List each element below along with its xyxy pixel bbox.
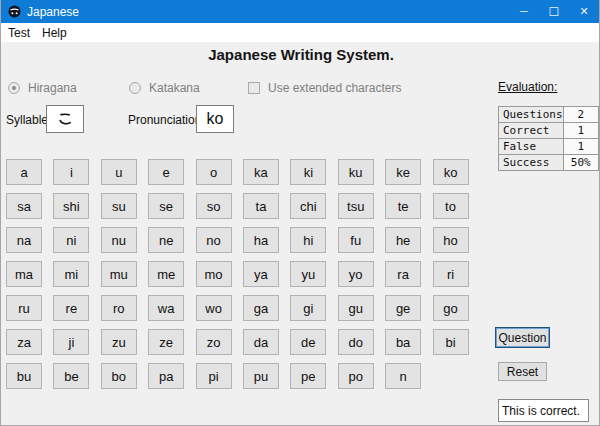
kana-button-u[interactable]: u	[101, 159, 137, 185]
stat-label-false: False	[499, 139, 564, 155]
kana-row: sashisusesotachitsuteto	[6, 193, 469, 219]
stat-value-false: 1	[563, 139, 598, 155]
kana-button-do[interactable]: do	[338, 329, 374, 355]
kana-button-te[interactable]: te	[385, 193, 421, 219]
kana-button-yo[interactable]: yo	[338, 261, 374, 287]
kana-button-mo[interactable]: mo	[196, 261, 232, 287]
kana-button-mu[interactable]: mu	[101, 261, 137, 287]
kana-button-pi[interactable]: pi	[196, 363, 232, 389]
kana-button-n[interactable]: n	[385, 363, 421, 389]
kana-button-e[interactable]: e	[148, 159, 184, 185]
kana-button-nu[interactable]: nu	[101, 227, 137, 253]
kana-button-ka[interactable]: ka	[243, 159, 279, 185]
page-title: Japanese Writing System.	[1, 46, 600, 63]
radio-hiragana[interactable]: Hiragana	[8, 81, 77, 95]
kana-button-a[interactable]: a	[6, 159, 42, 185]
kana-button-o[interactable]: o	[196, 159, 232, 185]
titlebar: Japanese ─ ☐ ✕	[1, 0, 599, 23]
kana-button-ta[interactable]: ta	[243, 193, 279, 219]
kana-button-re[interactable]: re	[53, 295, 89, 321]
pronunciation-field[interactable]: ko	[196, 105, 234, 133]
kana-button-zo[interactable]: zo	[196, 329, 232, 355]
kana-row: bubebopapipupepon	[6, 363, 469, 389]
kana-button-pe[interactable]: pe	[290, 363, 326, 389]
kana-button-ze[interactable]: ze	[148, 329, 184, 355]
kana-grid: aiueokakikukekosashisusesotachitsutetona…	[6, 159, 469, 397]
syllable-glyph	[56, 110, 74, 128]
kana-button-chi[interactable]: chi	[290, 193, 326, 219]
stat-value-questions: 2	[563, 107, 598, 123]
kana-button-go[interactable]: go	[433, 295, 469, 321]
kana-button-wo[interactable]: wo	[196, 295, 232, 321]
kana-button-ma[interactable]: ma	[6, 261, 42, 287]
table-row: False 1	[499, 139, 599, 155]
kana-button-sa[interactable]: sa	[6, 193, 42, 219]
kana-button-pa[interactable]: pa	[148, 363, 184, 389]
kana-button-ra[interactable]: ra	[385, 261, 421, 287]
kana-button-ri[interactable]: ri	[433, 261, 469, 287]
stat-label-success: Success	[499, 155, 564, 171]
kana-button-ga[interactable]: ga	[243, 295, 279, 321]
kana-button-i[interactable]: i	[53, 159, 89, 185]
stat-value-correct: 1	[563, 123, 598, 139]
radio-icon	[129, 82, 141, 94]
kana-button-ha[interactable]: ha	[243, 227, 279, 253]
minimize-button[interactable]: ─	[509, 0, 539, 23]
question-button[interactable]: Question	[495, 327, 550, 348]
kana-button-ro[interactable]: ro	[101, 295, 137, 321]
kana-button-za[interactable]: za	[6, 329, 42, 355]
kana-button-bi[interactable]: bi	[433, 329, 469, 355]
kana-button-me[interactable]: me	[148, 261, 184, 287]
syllable-field[interactable]	[46, 105, 84, 133]
kana-button-he[interactable]: he	[385, 227, 421, 253]
kana-button-ku[interactable]: ku	[338, 159, 374, 185]
pronunciation-label: Pronunciation	[128, 113, 201, 127]
radio-katakana[interactable]: Katakana	[129, 81, 200, 95]
kana-row: rurerowawogagigugego	[6, 295, 469, 321]
kana-button-be[interactable]: be	[53, 363, 89, 389]
pronunciation-value: ko	[207, 110, 224, 128]
kana-button-ki[interactable]: ki	[290, 159, 326, 185]
kana-button-se[interactable]: se	[148, 193, 184, 219]
maximize-button[interactable]: ☐	[539, 0, 569, 23]
kana-button-da[interactable]: da	[243, 329, 279, 355]
kana-button-tsu[interactable]: tsu	[338, 193, 374, 219]
kana-button-ko[interactable]: ko	[433, 159, 469, 185]
menu-item-test[interactable]: Test	[2, 23, 36, 42]
kana-button-ke[interactable]: ke	[385, 159, 421, 185]
kana-button-ne[interactable]: ne	[148, 227, 184, 253]
kana-button-gu[interactable]: gu	[338, 295, 374, 321]
kana-button-fu[interactable]: fu	[338, 227, 374, 253]
kana-button-de[interactable]: de	[290, 329, 326, 355]
kana-button-zu[interactable]: zu	[101, 329, 137, 355]
kana-button-wa[interactable]: wa	[148, 295, 184, 321]
menu-item-help[interactable]: Help	[36, 23, 73, 42]
kana-button-ge[interactable]: ge	[385, 295, 421, 321]
kana-button-pu[interactable]: pu	[243, 363, 279, 389]
kana-button-to[interactable]: to	[433, 193, 469, 219]
table-row: Success 50%	[499, 155, 599, 171]
result-field[interactable]: This is correct.	[498, 399, 589, 422]
kana-button-gi[interactable]: gi	[290, 295, 326, 321]
evaluation-title: Evaluation:	[498, 80, 557, 94]
kana-button-ji[interactable]: ji	[53, 329, 89, 355]
kana-button-po[interactable]: po	[338, 363, 374, 389]
kana-button-yu[interactable]: yu	[290, 261, 326, 287]
kana-button-su[interactable]: su	[101, 193, 137, 219]
kana-button-ho[interactable]: ho	[433, 227, 469, 253]
kana-button-ni[interactable]: ni	[53, 227, 89, 253]
kana-button-no[interactable]: no	[196, 227, 232, 253]
reset-button[interactable]: Reset	[498, 362, 547, 381]
kana-button-na[interactable]: na	[6, 227, 42, 253]
kana-button-ba[interactable]: ba	[385, 329, 421, 355]
checkbox-extended[interactable]: Use extended characters	[248, 81, 401, 95]
kana-button-mi[interactable]: mi	[53, 261, 89, 287]
kana-button-ya[interactable]: ya	[243, 261, 279, 287]
kana-button-bo[interactable]: bo	[101, 363, 137, 389]
kana-button-shi[interactable]: shi	[53, 193, 89, 219]
kana-button-so[interactable]: so	[196, 193, 232, 219]
close-button[interactable]: ✕	[569, 0, 599, 23]
kana-button-bu[interactable]: bu	[6, 363, 42, 389]
kana-button-hi[interactable]: hi	[290, 227, 326, 253]
kana-button-ru[interactable]: ru	[6, 295, 42, 321]
